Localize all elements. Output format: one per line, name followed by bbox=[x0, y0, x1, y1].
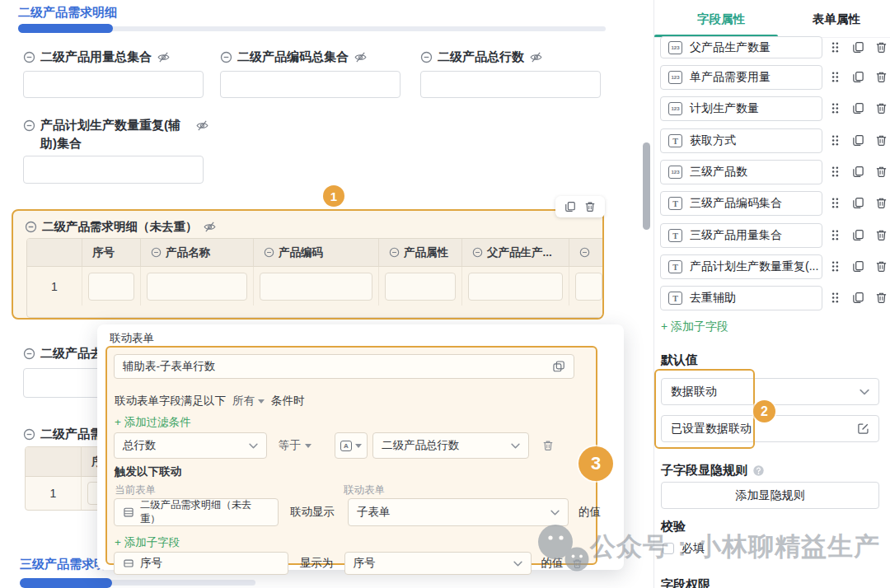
field-label-2: 二级产品编码总集合 bbox=[220, 49, 368, 65]
annotation-badge-1: 1 bbox=[323, 185, 344, 207]
value-suffix: 的值 bbox=[578, 505, 601, 520]
property-sidebar: 字段属性 表单属性 123 父产品生产数量 123 单产品需要用量 123 计划… bbox=[653, 0, 890, 588]
sidebar-field-item[interactable]: 123 父产品生产数量 bbox=[660, 36, 822, 58]
tab-field-properties[interactable]: 字段属性 bbox=[697, 12, 745, 27]
caret-down-icon bbox=[355, 444, 362, 448]
number-field-icon: 123 bbox=[668, 41, 682, 54]
drag-handle-icon[interactable] bbox=[829, 102, 841, 114]
filter-field-select[interactable]: 总行数 bbox=[114, 432, 267, 459]
edit-icon[interactable] bbox=[857, 422, 869, 435]
field-input-4[interactable] bbox=[23, 156, 204, 184]
add-visibility-rule-button[interactable]: 添加显隐规则 bbox=[661, 482, 879, 509]
cell-input[interactable] bbox=[385, 273, 456, 301]
cell-product-attr bbox=[379, 267, 462, 306]
text-field-icon: T bbox=[668, 134, 682, 147]
trash-icon[interactable] bbox=[875, 41, 888, 54]
cell-input[interactable] bbox=[575, 273, 602, 301]
linked-form-select[interactable]: 辅助表-子表单行数 bbox=[114, 354, 574, 379]
help-icon bbox=[752, 464, 765, 477]
linked-target-select[interactable]: 子表单 bbox=[348, 498, 569, 526]
cell-clipped bbox=[569, 267, 604, 306]
drag-handle-icon[interactable] bbox=[829, 292, 841, 304]
sidebar-field-item[interactable]: 123 计划生产数量 bbox=[660, 96, 822, 121]
trash-icon[interactable] bbox=[572, 558, 583, 569]
drag-handle-icon[interactable] bbox=[829, 197, 841, 209]
data-linkage-dialog: 联动表单 辅助表-子表单行数 联动表单字段满足以下 所有 条件时 + 添加过滤条… bbox=[97, 324, 624, 570]
trash-icon[interactable] bbox=[875, 292, 888, 304]
copy-icon[interactable] bbox=[852, 134, 864, 147]
filter-value-type-select[interactable]: A bbox=[335, 432, 368, 459]
section-title-top: 二级产品需求明细 bbox=[18, 5, 117, 21]
number-field-icon: 123 bbox=[668, 71, 682, 84]
sidebar-field-item[interactable]: T 去重辅助 bbox=[660, 286, 822, 310]
copy-icon[interactable] bbox=[852, 197, 864, 209]
field-input-3[interactable] bbox=[420, 71, 601, 98]
trash-icon[interactable] bbox=[584, 201, 596, 212]
required-checkbox[interactable] bbox=[663, 543, 674, 554]
add-filter-link[interactable]: + 添加过滤条件 bbox=[115, 415, 191, 430]
drag-handle-icon[interactable] bbox=[829, 134, 841, 147]
sidebar-field-item[interactable]: T 三级产品编码集合 bbox=[660, 191, 822, 216]
caret-down-icon bbox=[249, 443, 258, 449]
current-form-field[interactable]: 二级产品需求明细（未去重） bbox=[114, 498, 279, 526]
trash-icon[interactable] bbox=[542, 440, 554, 451]
cell-input[interactable] bbox=[147, 273, 247, 301]
value-suffix: 的值 bbox=[541, 556, 564, 571]
trash-icon[interactable] bbox=[875, 102, 888, 114]
copy-icon[interactable] bbox=[564, 201, 576, 212]
sidebar-field-item[interactable]: T 产品计划生产数量重复(... bbox=[660, 254, 822, 279]
trash-icon[interactable] bbox=[875, 260, 888, 273]
copy-icon[interactable] bbox=[852, 292, 864, 304]
link-icon bbox=[23, 119, 35, 132]
drag-handle-icon[interactable] bbox=[829, 260, 841, 273]
canvas-scrollbar[interactable] bbox=[643, 142, 650, 230]
subform-table-row: 1 bbox=[27, 267, 604, 306]
linked-form-label: 联动表单 bbox=[344, 483, 385, 497]
sidebar-field-item[interactable]: T 三级产品用量集合 bbox=[660, 223, 822, 248]
sidebar-field-item[interactable]: 123 三级产品数 bbox=[660, 160, 822, 184]
copy-icon[interactable] bbox=[852, 71, 864, 83]
drag-handle-icon[interactable] bbox=[829, 166, 841, 178]
cell-input[interactable] bbox=[468, 273, 563, 301]
tab-form-properties[interactable]: 表单属性 bbox=[813, 12, 860, 27]
subform-icon bbox=[123, 506, 134, 518]
sidebar-field-item[interactable]: T 获取方式 bbox=[660, 128, 822, 153]
condition-prefix: 联动表单字段满足以下 bbox=[115, 394, 226, 408]
copy-icon[interactable] bbox=[852, 102, 864, 114]
field-label-1: 二级产品用量总集合 bbox=[23, 49, 171, 65]
sidebar-field-item[interactable]: 123 单产品需要用量 bbox=[660, 65, 822, 90]
sidebar-add-subfield-link[interactable]: + 添加子字段 bbox=[661, 320, 728, 334]
add-subfield-link[interactable]: + 添加子字段 bbox=[115, 535, 180, 550]
copy-icon[interactable] bbox=[852, 229, 864, 241]
field-input-1[interactable] bbox=[23, 71, 204, 98]
text-field-icon: T bbox=[668, 260, 682, 273]
drag-handle-icon[interactable] bbox=[829, 41, 841, 54]
copy-icon[interactable] bbox=[852, 166, 864, 178]
drag-handle-icon[interactable] bbox=[829, 71, 841, 83]
copy-icon[interactable] bbox=[852, 41, 864, 54]
cell-product-name bbox=[141, 267, 254, 306]
filter-value-select[interactable]: 二级产品总行数 bbox=[372, 432, 529, 459]
cell-input[interactable] bbox=[260, 273, 372, 301]
subfield-target-select[interactable]: 序号 bbox=[344, 552, 532, 575]
eye-off-icon bbox=[529, 50, 543, 64]
subfield-source-select[interactable]: 序号 bbox=[114, 552, 288, 575]
link-icon bbox=[264, 247, 274, 258]
copy-icon[interactable] bbox=[852, 260, 864, 273]
filter-operator-select[interactable]: 等于 bbox=[279, 438, 312, 453]
trash-icon[interactable] bbox=[875, 71, 888, 83]
trash-icon[interactable] bbox=[875, 134, 888, 147]
cell-input[interactable] bbox=[88, 273, 134, 301]
drag-handle-icon[interactable] bbox=[829, 229, 841, 241]
form-picker-icon[interactable] bbox=[552, 360, 565, 373]
field-input-2[interactable] bbox=[220, 71, 400, 98]
trash-icon[interactable] bbox=[875, 229, 888, 241]
condition-mode-select[interactable]: 所有 bbox=[232, 394, 265, 408]
permission-heading: 字段权限 bbox=[661, 577, 710, 588]
trash-icon[interactable] bbox=[875, 166, 888, 178]
text-field-icon: T bbox=[668, 229, 682, 242]
link-icon bbox=[23, 428, 35, 441]
link-icon bbox=[420, 51, 433, 63]
link-icon bbox=[23, 51, 35, 63]
trash-icon[interactable] bbox=[875, 197, 888, 209]
